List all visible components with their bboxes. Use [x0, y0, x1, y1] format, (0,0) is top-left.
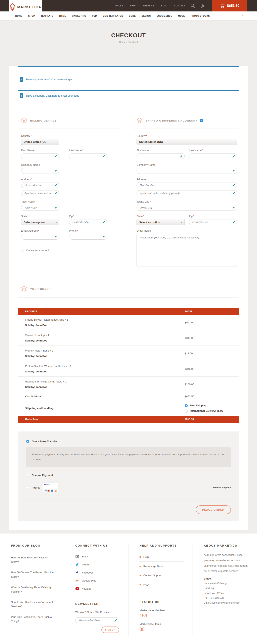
- office-label: office:: [204, 577, 249, 580]
- billing-phone-input[interactable]: [69, 234, 107, 240]
- product-seller: Sold by: John Doe: [25, 370, 185, 373]
- shipping-state-select[interactable]: Select an option...: [136, 219, 185, 225]
- billing-country-select[interactable]: United States (US): [21, 139, 59, 145]
- billing-last-name-input[interactable]: [69, 154, 107, 159]
- product-total: $34.50: [185, 336, 239, 340]
- billing-town-input[interactable]: [21, 205, 59, 210]
- header-nav-wishlist[interactable]: WISHLIST: [143, 4, 154, 7]
- blog-link[interactable]: How To Start Your Own Fashion Store?: [11, 552, 56, 567]
- subnav-html[interactable]: HTML: [59, 15, 66, 17]
- header-nav-contact[interactable]: CONTACT: [174, 4, 185, 7]
- twitter-icon: [75, 563, 79, 566]
- mastercard-icon: [48, 490, 50, 492]
- billing-address2-input[interactable]: [21, 190, 59, 196]
- search-icon[interactable]: [190, 3, 195, 8]
- billing-street-input[interactable]: [21, 182, 59, 188]
- header-nav-blog[interactable]: BLOG: [161, 4, 168, 7]
- ship-different-checkbox[interactable]: [200, 119, 203, 122]
- blog-link[interactable]: Plus Size Fashion: Is There Such a Thing…: [11, 612, 56, 626]
- shipping-company-input[interactable]: [137, 168, 237, 174]
- coupon-notice-link[interactable]: Have a coupon? Click here to enter your …: [26, 94, 79, 97]
- social-youtube-link[interactable]: Youtube: [75, 584, 120, 592]
- blog-link[interactable]: How To Choose The Perfect Fashion Store?: [11, 567, 56, 582]
- subnav-shop[interactable]: SHOP: [28, 15, 35, 17]
- billing-phone-field: Phone*: [69, 229, 107, 240]
- payment-method-bank[interactable]: Direct Bank Transfer: [26, 440, 231, 443]
- create-account-checkbox[interactable]: [21, 249, 24, 252]
- breadcrumb-home[interactable]: Home: [119, 41, 126, 44]
- help-link[interactable]: Help: [140, 552, 184, 562]
- blog-link[interactable]: What is So Alluring About Celebrity Fash…: [11, 582, 56, 597]
- subnav-ecommerce[interactable]: ECOMMERCE: [156, 15, 172, 17]
- bullet-icon: [140, 584, 141, 585]
- dropdown-arrow-icon: [233, 142, 235, 142]
- product-name: Proton Absolute Wordpress Themes × 1: [25, 364, 185, 368]
- signup-button[interactable]: SIGN UP: [102, 626, 119, 633]
- layers-icon: [136, 118, 142, 123]
- blog-link[interactable]: Should You Use Fashion Consultant Servic…: [11, 597, 56, 612]
- subnav-cms-templates[interactable]: CMS TEMPLATES: [103, 15, 123, 17]
- subnav-template[interactable]: TEMPLATE: [41, 15, 54, 17]
- shipping-country-select[interactable]: United States (US): [136, 139, 237, 145]
- shipping-zip-label: Zip*: [189, 215, 237, 218]
- divider: [134, 128, 239, 129]
- shipping-option-international[interactable]: International Delivery: $5.90: [185, 410, 239, 412]
- billing-email-input[interactable]: [21, 234, 59, 240]
- logo[interactable]: MARKETICA: [9, 0, 42, 14]
- subnav-muse[interactable]: MUSE: [178, 15, 185, 17]
- newsletter-email-input[interactable]: [76, 618, 119, 623]
- shipping-address-label: Address*: [136, 178, 239, 181]
- shipping-option-free[interactable]: Free Shipping: [185, 404, 239, 407]
- shipping-company-field: Company Name: [136, 163, 239, 174]
- cart-button[interactable]: $653.50: [212, 0, 247, 12]
- radio-selected-icon: [185, 404, 188, 407]
- footer: FROM OUR BLOG How To Start Your Own Fash…: [0, 534, 257, 644]
- shipping-last-name-input[interactable]: [189, 154, 237, 159]
- header-nav-pages[interactable]: PAGES: [116, 4, 123, 7]
- stat-items-value: 38: [140, 627, 184, 632]
- billing-email-label: Email Address*: [21, 229, 59, 232]
- social-twitter-link[interactable]: Twitter: [75, 560, 120, 568]
- subnav-psd[interactable]: PSD: [92, 15, 97, 17]
- shipping-first-name-input[interactable]: [137, 154, 184, 159]
- breadcrumb-current: Checkout: [128, 41, 138, 44]
- subnav-home[interactable]: HOME: [15, 15, 22, 17]
- radio-selected-icon: [26, 440, 29, 443]
- billing-state-field: State* Select an option...: [21, 215, 59, 225]
- subnav-photo-stocks[interactable]: PHOTO STOCKS: [191, 15, 210, 17]
- payment-method-paypal[interactable]: PayPal PayPal VISA What is PayPal?: [26, 482, 231, 493]
- subnav-design[interactable]: DESIGN: [142, 15, 151, 17]
- product-seller: Sold by: John Doe: [25, 355, 185, 358]
- social-email-link[interactable]: Email: [75, 552, 120, 560]
- social-googleplus-link[interactable]: g+ Google Plus: [75, 576, 120, 584]
- shipping-state-label: State*: [136, 215, 185, 218]
- header-nav-shop[interactable]: SHOP: [130, 4, 136, 7]
- billing-address-field: Address*: [21, 178, 122, 196]
- billing-state-select[interactable]: Select an option...: [21, 219, 59, 225]
- social-facebook-link[interactable]: Facebook: [75, 568, 120, 576]
- subnav-code[interactable]: CODE: [129, 15, 136, 17]
- payment-section: Direct Bank Transfer Make your payment d…: [18, 432, 239, 521]
- user-icon[interactable]: [201, 3, 206, 8]
- shipping-street-input[interactable]: [137, 182, 237, 188]
- more-menu-chevron-icon[interactable]: »: [241, 15, 244, 16]
- help-link[interactable]: Contact Support: [140, 571, 184, 580]
- footer-help-column: HELP AND SUPPORTS Help Knowladge Base Co…: [128, 544, 193, 636]
- login-notice-link[interactable]: Returning customer? Click here to login: [26, 78, 72, 81]
- product-total: $345.00: [185, 368, 239, 370]
- order-notes-textarea[interactable]: [136, 234, 237, 267]
- place-order-button[interactable]: PLACE ORDER: [196, 506, 231, 514]
- order-table: PRODUCT TOTAL iPhone 5s with Headphones …: [18, 308, 239, 423]
- shipping-town-input[interactable]: [137, 205, 237, 210]
- billing-zip-input[interactable]: [69, 219, 107, 225]
- what-is-paypal-link[interactable]: What is PayPal?: [213, 486, 231, 489]
- payment-method-cheque[interactable]: Cheque Payment: [26, 474, 231, 477]
- help-link[interactable]: FAQ: [140, 580, 184, 589]
- billing-first-name-input[interactable]: [21, 154, 59, 159]
- product-seller: Sold by: John Doe: [25, 386, 185, 388]
- billing-company-input[interactable]: [21, 168, 59, 174]
- subnav-marketing[interactable]: MARKETING: [72, 15, 86, 17]
- shipping-address2-input[interactable]: [137, 190, 237, 196]
- shipping-zip-input[interactable]: [189, 219, 237, 225]
- help-link[interactable]: Knowladge Base: [140, 562, 184, 571]
